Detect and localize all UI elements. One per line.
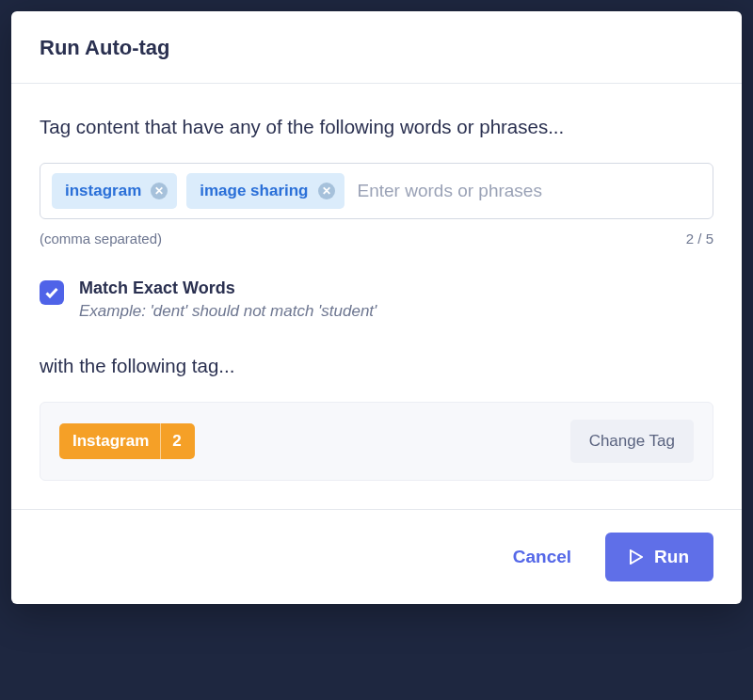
check-icon (44, 285, 59, 300)
match-exact-title: Match Exact Words (79, 278, 376, 298)
match-exact-example: Example: 'dent' should not match 'studen… (79, 302, 376, 321)
words-count: 2 / 5 (686, 231, 713, 247)
selected-tag-pill: Instagram 2 (59, 423, 195, 459)
cancel-button[interactable]: Cancel (505, 537, 579, 577)
word-chip: instagram ✕ (52, 173, 177, 209)
word-chip-label: instagram (65, 182, 141, 200)
word-chip-label: image sharing (200, 182, 308, 200)
words-section-label: Tag content that have any of the followi… (40, 116, 713, 138)
selected-tag-box: Instagram 2 Change Tag (40, 402, 713, 481)
modal-body: Tag content that have any of the followi… (11, 84, 742, 509)
run-button-label: Run (654, 547, 689, 567)
selected-tag-count: 2 (160, 423, 194, 459)
chip-remove-icon[interactable]: ✕ (151, 183, 168, 199)
svg-marker-0 (631, 550, 642, 564)
auto-tag-modal: Run Auto-tag Tag content that have any o… (11, 11, 742, 604)
words-hint-row: (comma separated) 2 / 5 (40, 231, 713, 247)
words-hint-left: (comma separated) (40, 231, 162, 247)
play-icon (630, 549, 643, 565)
match-exact-labels: Match Exact Words Example: 'dent' should… (79, 278, 376, 321)
selected-tag-name: Instagram (59, 423, 160, 459)
words-input[interactable] (354, 175, 701, 207)
modal-title: Run Auto-tag (40, 36, 713, 60)
tag-section-label: with the following tag... (40, 355, 713, 377)
words-input-container[interactable]: instagram ✕ image sharing ✕ (40, 163, 713, 219)
run-button[interactable]: Run (605, 533, 713, 581)
chip-remove-icon[interactable]: ✕ (318, 183, 335, 199)
match-exact-checkbox[interactable] (40, 280, 64, 305)
change-tag-button[interactable]: Change Tag (570, 420, 694, 463)
modal-footer: Cancel Run (11, 509, 742, 604)
modal-header: Run Auto-tag (11, 11, 742, 84)
match-exact-row: Match Exact Words Example: 'dent' should… (40, 278, 713, 321)
word-chip: image sharing ✕ (186, 173, 344, 209)
